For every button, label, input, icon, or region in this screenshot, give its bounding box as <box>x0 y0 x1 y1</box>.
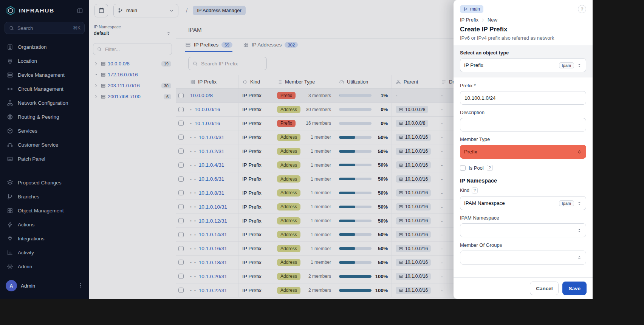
ipam-namespace-select[interactable] <box>460 223 586 237</box>
prefix-label: Prefix * <box>460 83 586 88</box>
branch-badge-label: main <box>470 6 480 12</box>
breadcrumb-ip-prefix[interactable]: IP Prefix <box>460 17 478 23</box>
drawer-subtitle: IPv6 or IPv4 prefix also referred as net… <box>460 35 586 41</box>
chevrons-updown-icon <box>577 255 582 260</box>
app-window: INFRAHUB Search ⌘K OrganizationLocationD… <box>0 0 593 299</box>
cancel-button[interactable]: Cancel <box>530 282 559 295</box>
object-type-select[interactable]: IP Prefix Ipam <box>460 58 586 72</box>
drawer-breadcrumb: IP Prefix New <box>460 17 586 23</box>
screen-background: INFRAHUB Search ⌘K OrganizationLocationD… <box>0 0 644 325</box>
chevrons-updown-icon <box>577 228 582 233</box>
schema-badge: Ipam <box>559 62 574 68</box>
object-type-value: IP Prefix <box>464 62 483 68</box>
kind-value: IPAM Namespace <box>464 200 505 206</box>
chevrons-updown-icon <box>577 63 582 68</box>
prefix-input[interactable] <box>460 91 586 105</box>
required-mark: * <box>474 83 476 88</box>
is-pool-label: Is Pool <box>469 165 484 171</box>
kind-select[interactable]: IPAM Namespace Ipam <box>460 196 586 210</box>
is-pool-help-icon[interactable]: ? <box>487 165 493 171</box>
object-type-section: Select an object type IP Prefix Ipam <box>454 45 593 77</box>
chevrons-updown-icon <box>577 149 582 155</box>
branch-badge: main <box>460 5 483 13</box>
member-of-groups-select[interactable] <box>460 251 586 265</box>
branch-icon <box>463 7 468 11</box>
schema-badge: Ipam <box>559 200 574 206</box>
is-pool-row: Is Pool ? <box>460 165 586 171</box>
drawer-title: Create IP Prefix <box>460 26 586 33</box>
ipam-namespace-label: IPAM Namespace <box>460 215 586 221</box>
save-button[interactable]: Save <box>562 282 587 295</box>
kind-help-icon[interactable]: ? <box>472 187 478 193</box>
kind-label: Kind ? <box>460 187 586 193</box>
is-pool-checkbox[interactable] <box>460 165 466 171</box>
help-button[interactable]: ? <box>578 5 586 13</box>
create-ip-prefix-drawer: main ? IP Prefix New Create IP Prefix IP… <box>454 0 593 299</box>
description-label: Description <box>460 110 586 115</box>
drawer-footer: Cancel Save <box>454 277 593 299</box>
description-input[interactable] <box>460 118 586 132</box>
chevrons-updown-icon <box>577 201 582 206</box>
member-type-label: Member Type <box>460 136 586 142</box>
member-type-value: Prefix <box>464 149 477 155</box>
ip-namespace-section-title: IP Namespace <box>460 178 586 184</box>
member-type-select[interactable]: Prefix <box>460 145 586 159</box>
chevron-right-icon <box>481 18 485 22</box>
object-type-label: Select an object type <box>460 50 586 56</box>
breadcrumb-new: New <box>488 17 497 23</box>
member-of-groups-label: Member Of Groups <box>460 242 586 248</box>
